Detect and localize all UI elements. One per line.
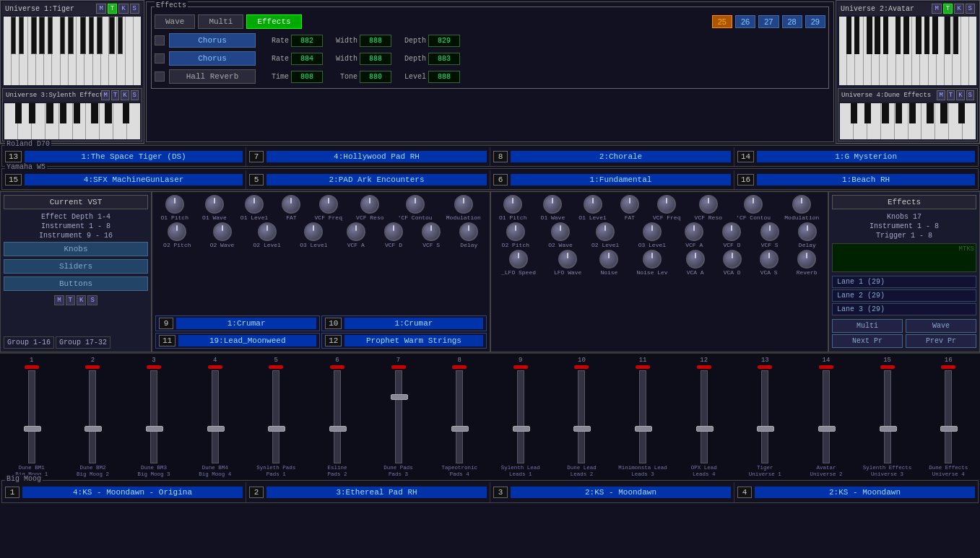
knob[interactable] bbox=[168, 222, 186, 241]
knob[interactable] bbox=[551, 222, 570, 241]
knob[interactable] bbox=[360, 195, 379, 214]
knob[interactable] bbox=[558, 250, 577, 269]
wave-bottom-btn[interactable]: Wave bbox=[906, 319, 976, 333]
knob[interactable] bbox=[798, 222, 817, 241]
knob[interactable] bbox=[165, 195, 184, 214]
knob[interactable] bbox=[760, 250, 779, 269]
knob[interactable] bbox=[245, 195, 264, 214]
yamaha-instr-4[interactable]: 16 1:Beach RH bbox=[734, 170, 978, 189]
preset-11[interactable]: 11 19:Lead_Moonweed bbox=[155, 333, 320, 349]
fader-handle[interactable] bbox=[268, 426, 285, 432]
lane-3-btn[interactable]: Lane 3 (29) bbox=[832, 303, 976, 315]
fader-track[interactable] bbox=[578, 370, 585, 463]
group-17-32-btn[interactable]: Group 17-32 bbox=[56, 336, 110, 349]
knob[interactable] bbox=[744, 195, 763, 214]
u2-s-btn[interactable]: S bbox=[966, 4, 975, 14]
knob[interactable] bbox=[319, 195, 338, 214]
knob[interactable] bbox=[459, 222, 478, 241]
fader-track[interactable] bbox=[272, 370, 279, 463]
effect-3-reverb-btn[interactable]: Hall Reverb bbox=[169, 69, 256, 84]
num-25-btn[interactable]: 25 bbox=[712, 15, 732, 28]
u3-s-btn[interactable]: S bbox=[131, 90, 139, 100]
yamaha-instr-3[interactable]: 6 1:Fundamental bbox=[490, 170, 734, 189]
fader-handle[interactable] bbox=[696, 426, 714, 432]
prev-pr-btn[interactable]: Prev Pr bbox=[906, 334, 976, 348]
fader-handle[interactable] bbox=[207, 426, 225, 432]
knob[interactable] bbox=[543, 195, 562, 214]
u4-k-btn[interactable]: K bbox=[956, 90, 964, 100]
roland-instr-4[interactable]: 14 1:G Mysterion bbox=[734, 147, 978, 166]
u2-t-btn[interactable]: T bbox=[943, 4, 953, 14]
fader-handle[interactable] bbox=[391, 394, 408, 400]
u1-k-btn[interactable]: K bbox=[118, 4, 128, 14]
u2-k-btn[interactable]: K bbox=[954, 4, 963, 14]
bigmoog-instr-4[interactable]: 4 2:KS - Moondawn bbox=[734, 482, 978, 502]
buttons-btn[interactable]: Buttons bbox=[4, 276, 148, 291]
fader-track[interactable] bbox=[517, 370, 524, 463]
knob[interactable] bbox=[797, 250, 816, 269]
knob[interactable] bbox=[584, 195, 602, 214]
fader-track[interactable] bbox=[945, 370, 952, 463]
knob[interactable] bbox=[722, 222, 741, 241]
fader-handle[interactable] bbox=[573, 426, 591, 432]
knob[interactable] bbox=[620, 195, 639, 214]
knob[interactable] bbox=[599, 250, 618, 269]
group-1-16-btn[interactable]: Group 1-16 bbox=[4, 336, 54, 349]
fader-handle[interactable] bbox=[329, 426, 347, 432]
u2-m-btn[interactable]: M bbox=[932, 4, 941, 14]
num-27-btn[interactable]: 27 bbox=[758, 15, 779, 28]
u1-s-btn[interactable]: S bbox=[130, 4, 139, 14]
knob[interactable] bbox=[205, 195, 224, 214]
knob[interactable] bbox=[643, 222, 662, 241]
fader-track[interactable] bbox=[456, 370, 463, 463]
fader-track[interactable] bbox=[761, 370, 768, 463]
multi-bottom-btn[interactable]: Multi bbox=[832, 319, 903, 333]
num-28-btn[interactable]: 28 bbox=[782, 15, 802, 28]
next-pr-btn[interactable]: Next Pr bbox=[832, 334, 903, 348]
fader-handle[interactable] bbox=[513, 426, 530, 432]
knob[interactable] bbox=[347, 222, 365, 241]
knob[interactable] bbox=[596, 222, 615, 241]
preset-10[interactable]: 10 1:Crumar bbox=[321, 315, 486, 331]
u1-t-btn[interactable]: T bbox=[108, 4, 117, 14]
u4-s-btn[interactable]: S bbox=[966, 90, 974, 100]
num-29-btn[interactable]: 29 bbox=[805, 15, 825, 28]
fader-handle[interactable] bbox=[635, 426, 652, 432]
knob[interactable] bbox=[506, 222, 525, 241]
knob[interactable] bbox=[685, 222, 703, 241]
u3-t-btn[interactable]: T bbox=[111, 90, 119, 100]
knob[interactable] bbox=[643, 250, 662, 269]
fader-track[interactable] bbox=[28, 370, 35, 463]
knob[interactable] bbox=[406, 195, 425, 214]
fader-handle[interactable] bbox=[757, 426, 774, 432]
preset-9[interactable]: 9 1:Crumar bbox=[155, 315, 320, 331]
multi-tab[interactable]: Multi bbox=[198, 14, 243, 29]
knob[interactable] bbox=[304, 222, 323, 241]
fader-handle[interactable] bbox=[940, 426, 958, 432]
knobs-btn[interactable]: Knobs bbox=[4, 242, 148, 256]
sliders-btn[interactable]: Sliders bbox=[4, 259, 148, 274]
fader-track[interactable] bbox=[639, 370, 646, 463]
lane-2-btn[interactable]: Lane 2 (29) bbox=[832, 289, 976, 302]
knob[interactable] bbox=[454, 195, 473, 214]
u4-t-btn[interactable]: T bbox=[947, 90, 955, 100]
num-26-btn[interactable]: 26 bbox=[735, 15, 755, 28]
knob[interactable] bbox=[723, 250, 742, 269]
knob[interactable] bbox=[503, 195, 522, 214]
knob[interactable] bbox=[509, 250, 528, 269]
u1-m-btn[interactable]: M bbox=[96, 4, 105, 14]
bigmoog-instr-1[interactable]: 1 4:KS - Moondawn - Origina bbox=[2, 482, 246, 502]
preset-12[interactable]: 12 Prophet Warm Strings bbox=[321, 333, 486, 349]
fader-handle[interactable] bbox=[84, 426, 102, 432]
u3-k-btn[interactable]: K bbox=[121, 90, 129, 100]
fader-handle[interactable] bbox=[24, 426, 41, 432]
knob[interactable] bbox=[422, 222, 441, 241]
knob[interactable] bbox=[699, 195, 718, 214]
knob[interactable] bbox=[384, 222, 403, 241]
roland-instr-3[interactable]: 8 2:Chorale bbox=[490, 147, 734, 166]
effect-1-chorus-btn[interactable]: Chorus bbox=[169, 33, 256, 48]
fader-handle[interactable] bbox=[451, 426, 469, 432]
knob[interactable] bbox=[760, 222, 779, 241]
fader-track[interactable] bbox=[212, 370, 219, 463]
roland-instr-2[interactable]: 7 4:Hollywood Pad RH bbox=[246, 147, 490, 166]
